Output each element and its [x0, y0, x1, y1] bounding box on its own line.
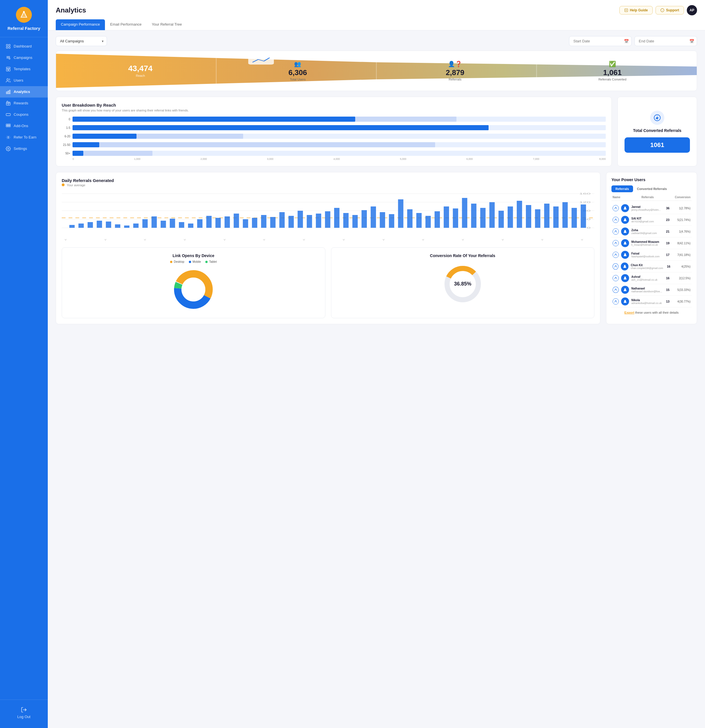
tab-referral-tree[interactable]: Your Referral Tree [147, 19, 187, 30]
settings-icon [6, 146, 11, 151]
bar-row: 21-50 [62, 142, 606, 147]
user-info: Zoha zadstar09@gmail.com [631, 229, 662, 235]
svg-rect-73 [325, 211, 331, 228]
analytics-icon [6, 89, 11, 94]
date-axis: 2022-11-09 2022-11-26 2022-12-10 2022-12… [62, 239, 594, 242]
power-user-row: Mohammed Moazam li_moaz@hotmail.co.uk 19… [611, 237, 692, 249]
sidebar-item-settings[interactable]: Settings [0, 143, 48, 155]
svg-rect-91 [490, 202, 495, 228]
support-button[interactable]: Support [656, 6, 684, 14]
user-breakdown-subtitle: This graph will show you how many of you… [62, 108, 606, 112]
user-avatar-sm [621, 204, 629, 212]
user-avatar-sm [621, 263, 628, 270]
rewards-icon [6, 101, 11, 106]
power-user-row: Faisal faashpatel@outlook.com 17 7(41.18… [611, 249, 692, 261]
svg-rect-54 [152, 217, 157, 228]
sidebar-item-campaigns[interactable]: Campaigns [0, 52, 48, 64]
svg-rect-80 [389, 214, 394, 228]
svg-text:36.85%: 36.85% [454, 281, 471, 287]
svg-rect-65 [252, 218, 257, 228]
charts-row-top: User Breakdown By Reach This graph will … [56, 97, 697, 166]
tab-email-performance[interactable]: Email Performance [105, 19, 147, 30]
user-avatar[interactable]: AP [687, 5, 697, 15]
rank-icon [613, 228, 619, 235]
svg-rect-58 [188, 224, 194, 228]
svg-rect-19 [9, 124, 10, 126]
sidebar-item-refer[interactable]: Refer To Earn [0, 131, 48, 143]
sidebar-item-rewards[interactable]: Rewards [0, 98, 48, 109]
filter-bar: All Campaigns 📅 📅 [56, 36, 697, 46]
logout-icon [21, 707, 27, 713]
power-user-row: SAI KIT sk7023@gmail.com 23 5(21.74%) [611, 214, 692, 226]
help-guide-button[interactable]: Help Guide [620, 6, 653, 14]
power-tab-converted[interactable]: Converted Referrals [633, 185, 671, 192]
svg-text:120: 120 [579, 201, 590, 204]
tablet-legend: Tablet [205, 260, 217, 263]
user-info: Nathanael nathanael.davidson@live... [631, 287, 662, 293]
start-date-wrap: 📅 [569, 36, 631, 46]
svg-rect-20 [6, 126, 8, 127]
svg-rect-77 [361, 210, 367, 228]
tabs-row: Campaign Performance Email Performance Y… [56, 19, 697, 30]
power-user-row: Nathanael nathanael.davidson@live... 15 … [611, 284, 692, 296]
sidebar-item-addons[interactable]: Add-Ons [0, 120, 48, 131]
svg-rect-14 [9, 90, 10, 94]
start-date-input[interactable] [569, 36, 631, 46]
svg-rect-18 [8, 124, 9, 126]
end-date-calendar-icon: 📅 [689, 39, 694, 43]
user-info: Nikola adriankoba@hotmail.co.uk [631, 299, 662, 305]
svg-rect-75 [343, 213, 349, 228]
user-info: Chun Kit chan.couple038@gmail.com [631, 264, 663, 270]
svg-rect-82 [407, 209, 413, 228]
svg-rect-98 [553, 207, 559, 228]
svg-rect-13 [8, 91, 9, 94]
svg-rect-66 [261, 215, 266, 228]
svg-rect-49 [106, 221, 111, 228]
power-users-title: Your Power Users [611, 178, 692, 182]
power-users-card: Your Power Users Referrals Converted Ref… [606, 172, 697, 324]
svg-rect-55 [161, 221, 166, 228]
sidebar-item-dashboard[interactable]: Dashboard [0, 40, 48, 52]
svg-rect-85 [435, 211, 440, 228]
svg-rect-63 [234, 214, 239, 228]
svg-rect-68 [279, 212, 285, 228]
converted-value-button[interactable]: 1061 [624, 137, 690, 153]
svg-rect-17 [6, 124, 8, 126]
converted-icon-wrap [650, 111, 665, 125]
content-area: All Campaigns 📅 📅 [48, 30, 705, 330]
campaigns-select[interactable]: All Campaigns [56, 36, 107, 46]
export-link[interactable]: Export [624, 311, 634, 314]
campaigns-icon [6, 55, 11, 60]
sidebar-item-analytics[interactable]: Analytics [0, 86, 48, 98]
svg-rect-60 [206, 216, 212, 228]
svg-point-33 [654, 115, 660, 121]
power-tab-referrals[interactable]: Referrals [611, 185, 633, 192]
power-user-row: Zoha zadstar09@gmail.com 21 1(4.76%) [611, 226, 692, 237]
svg-rect-53 [143, 219, 148, 228]
sidebar-item-templates[interactable]: Templates [0, 64, 48, 75]
rank-icon [613, 252, 619, 258]
user-info: SAI KIT sk7023@gmail.com [631, 217, 662, 223]
bottom-row: Daily Referrals Generated Your average 0… [56, 172, 697, 324]
svg-rect-92 [498, 211, 504, 228]
metric-referrals: 👤❓ 2,879 Referrals [377, 55, 534, 87]
power-user-row: Chun Kit chan.couple038@gmail.com 16 4(2… [611, 261, 692, 272]
export-row: Export these users with all their detail… [611, 311, 692, 314]
addons-icon [6, 123, 11, 129]
users-icon [6, 78, 11, 83]
tab-campaign-performance[interactable]: Campaign Performance [56, 19, 105, 30]
rank-icon [613, 205, 619, 211]
sidebar-item-users[interactable]: Users [0, 75, 48, 86]
desktop-dot [170, 261, 172, 263]
logout-button[interactable]: Log Out [13, 704, 35, 721]
sidebar-logo: Referral Factory [0, 0, 48, 37]
svg-rect-93 [508, 207, 513, 228]
svg-rect-84 [425, 216, 431, 228]
svg-rect-79 [380, 212, 385, 228]
end-date-input[interactable] [634, 36, 697, 46]
main-header: Analytics Help Guide Support AP Campaign… [48, 0, 705, 30]
sidebar-item-coupons[interactable]: Coupons [0, 109, 48, 120]
donut-svg [170, 267, 216, 312]
svg-text:160: 160 [579, 192, 590, 195]
svg-rect-90 [480, 208, 486, 228]
